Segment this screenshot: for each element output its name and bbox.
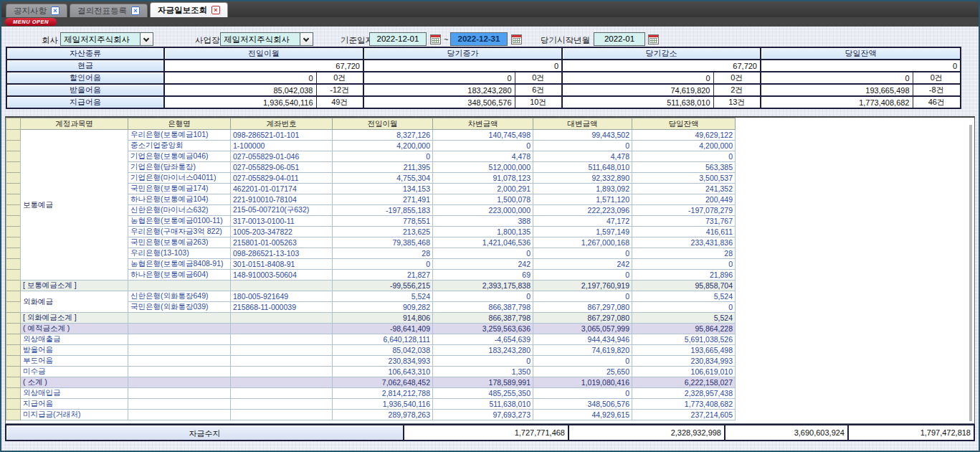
amount-cell[interactable]: 1,597,149: [533, 227, 632, 237]
amount-cell[interactable]: 140,745,498: [433, 130, 533, 141]
amount-cell[interactable]: 242: [433, 259, 533, 270]
bank-name-cell[interactable]: 하나은행(보통예금104): [128, 194, 231, 205]
amount-cell[interactable]: 511,638,010: [433, 399, 533, 410]
bank-name-cell[interactable]: [128, 377, 231, 388]
amount-cell[interactable]: 25,650: [533, 367, 632, 377]
amount-cell[interactable]: 0: [433, 291, 533, 302]
row-selector-cell[interactable]: [6, 205, 21, 216]
tab-close-icon[interactable]: ×: [131, 6, 140, 15]
row-selector-cell[interactable]: [6, 173, 21, 184]
row-selector-cell[interactable]: [6, 410, 21, 420]
bank-name-cell[interactable]: [128, 367, 231, 377]
amount-cell[interactable]: 28: [333, 248, 433, 259]
account-no-cell[interactable]: 215-05-007210(구632): [231, 205, 333, 216]
amount-cell[interactable]: 5,524: [333, 291, 433, 302]
account-name-cell[interactable]: 외상매출금: [21, 334, 128, 345]
amount-cell[interactable]: 106,619,010: [632, 367, 736, 377]
amount-cell[interactable]: 1,500,078: [433, 194, 533, 205]
subtotal-label-cell[interactable]: ( 소계 ): [21, 377, 128, 388]
amount-cell[interactable]: 909,282: [333, 302, 433, 313]
amount-cell[interactable]: 0: [632, 259, 736, 270]
amount-cell[interactable]: 241,352: [632, 184, 736, 194]
bank-name-cell[interactable]: [128, 410, 231, 420]
account-no-cell[interactable]: 098-286521-13-103: [231, 248, 333, 259]
amount-cell[interactable]: 49,629,122: [632, 130, 736, 141]
amount-cell[interactable]: 106,643,310: [333, 367, 433, 377]
amount-cell[interactable]: 28: [632, 248, 736, 259]
account-no-cell[interactable]: 301-0151-8408-91: [231, 259, 333, 270]
amount-cell[interactable]: 867,297,080: [533, 313, 632, 324]
amount-cell[interactable]: 92,332,890: [533, 173, 632, 184]
amount-cell[interactable]: 512,000,000: [433, 162, 533, 173]
account-no-cell[interactable]: 1-100000: [231, 141, 333, 151]
row-selector-cell[interactable]: [6, 130, 21, 141]
amount-cell[interactable]: 4,200,000: [632, 141, 736, 151]
amount-cell[interactable]: 4,755,304: [333, 173, 433, 184]
amount-cell[interactable]: 289,978,263: [333, 410, 433, 420]
amount-cell[interactable]: 200,449: [632, 194, 736, 205]
amount-cell[interactable]: 1,421,046,536: [433, 237, 533, 248]
bank-name-cell[interactable]: [128, 324, 231, 334]
amount-cell[interactable]: 8,327,126: [333, 130, 433, 141]
amount-cell[interactable]: 0: [533, 248, 632, 259]
account-no-cell[interactable]: 180-005-921649: [231, 291, 333, 302]
row-selector-cell[interactable]: [6, 388, 21, 399]
row-selector-cell[interactable]: [6, 399, 21, 410]
subtotal-label-cell[interactable]: [ 보통예금소계 ]: [21, 281, 128, 291]
row-selector-cell[interactable]: [6, 151, 21, 162]
vertical-scrollbar[interactable]: [969, 125, 972, 421]
amount-cell[interactable]: 485,255,350: [433, 388, 533, 399]
amount-cell[interactable]: 348,506,576: [533, 399, 632, 410]
amount-cell[interactable]: 0: [533, 141, 632, 151]
amount-cell[interactable]: 778,551: [333, 216, 433, 227]
amount-cell[interactable]: 563,385: [632, 162, 736, 173]
bank-name-cell[interactable]: 기업은행(당좌통장): [128, 162, 231, 173]
amount-cell[interactable]: -98,641,409: [333, 324, 433, 334]
amount-cell[interactable]: 2,000,291: [433, 184, 533, 194]
account-no-cell[interactable]: 1005-203-347822: [231, 227, 333, 237]
row-selector-cell[interactable]: [6, 270, 21, 281]
account-no-cell[interactable]: [231, 334, 333, 345]
amount-cell[interactable]: 1,019,080,416: [533, 377, 632, 388]
calendar-icon[interactable]: [511, 34, 522, 44]
account-no-cell[interactable]: 148-910003-50604: [231, 270, 333, 281]
account-no-cell[interactable]: [231, 410, 333, 420]
bank-name-cell[interactable]: [128, 281, 231, 291]
account-name-cell[interactable]: 받을어음: [21, 345, 128, 356]
row-selector-cell[interactable]: [6, 248, 21, 259]
account-name-cell[interactable]: 부도어음: [21, 356, 128, 367]
account-no-cell[interactable]: [231, 399, 333, 410]
amount-cell[interactable]: -4,654,639: [433, 334, 533, 345]
amount-cell[interactable]: 1,773,408,682: [632, 399, 736, 410]
amount-cell[interactable]: 2,814,212,788: [333, 388, 433, 399]
amount-cell[interactable]: 1,936,540,116: [333, 399, 433, 410]
amount-cell[interactable]: 271,491: [333, 194, 433, 205]
amount-cell[interactable]: 1,267,000,168: [533, 237, 632, 248]
tab-close-icon[interactable]: ×: [211, 6, 220, 14]
amount-cell[interactable]: 6,640,128,111: [333, 334, 433, 345]
bank-name-cell[interactable]: 중소기업중앙회: [128, 141, 231, 151]
bank-name-cell[interactable]: 하나은행(보통예금604): [128, 270, 231, 281]
tab-3[interactable]: 자금일보조회×: [150, 2, 228, 17]
date-to-input[interactable]: 2022-12-31: [450, 32, 508, 46]
row-selector-cell[interactable]: [6, 184, 21, 194]
row-selector-cell[interactable]: [6, 237, 21, 248]
bank-name-cell[interactable]: [128, 399, 231, 410]
amount-cell[interactable]: 223,000,000: [433, 205, 533, 216]
date-from-input[interactable]: 2022-12-01: [369, 32, 427, 46]
amount-cell[interactable]: 1,571,120: [533, 194, 632, 205]
calendar-icon[interactable]: [430, 34, 441, 44]
account-no-cell[interactable]: 221-910010-78104: [231, 194, 333, 205]
row-selector-cell[interactable]: [6, 302, 21, 313]
amount-cell[interactable]: 47,172: [533, 216, 632, 227]
amount-cell[interactable]: 731,767: [632, 216, 736, 227]
amount-cell[interactable]: 134,153: [333, 184, 433, 194]
amount-cell[interactable]: -197,855,183: [333, 205, 433, 216]
row-selector-cell[interactable]: [6, 367, 21, 377]
company-select[interactable]: 제일저지주식회사: [60, 32, 153, 46]
account-no-cell[interactable]: 027-055829-01-046: [231, 151, 333, 162]
tab-2[interactable]: 결의전표등록×: [70, 4, 148, 17]
amount-cell[interactable]: 242: [533, 259, 632, 270]
amount-cell[interactable]: 79,385,468: [333, 237, 433, 248]
amount-cell[interactable]: 230,834,993: [632, 356, 736, 367]
